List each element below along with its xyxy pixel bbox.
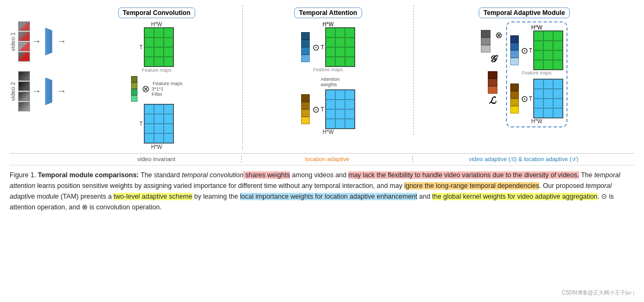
video1-frame3 (18, 42, 30, 51)
tam-g-vector (481, 30, 490, 52)
temporal-attention-section: Temporal Attention H*W ⊙ (243, 5, 415, 135)
tam-t1: T (529, 48, 532, 54)
tc-t-label2: T (140, 121, 143, 127)
tc-video1-area: H*W T Feature maps (140, 21, 174, 73)
arrow4: → (57, 86, 66, 97)
tam-odot-v2: ⊙ (521, 94, 528, 104)
ta-title: Temporal Attention (294, 7, 362, 18)
ta-t1: T (321, 44, 324, 50)
tam-gl-col: ⊗ 𝒢 (481, 30, 504, 107)
caption-text8: and (417, 193, 432, 200)
temporal-convolution-section: Temporal Convolution H*W T (71, 5, 243, 150)
tam-video1-area: H*W ⊙ T (510, 25, 563, 76)
label-video-adaptive: video adaptive (𝒢) & location adaptive (… (413, 156, 634, 163)
caption-hlred2: may lack the flexibility to handle video… (348, 171, 579, 179)
ta-header: Temporal Attention (294, 7, 362, 17)
tc-filter-vec (131, 76, 137, 102)
video1-block: video 1 → → (10, 21, 71, 62)
tam-l-vectors (488, 71, 497, 94)
tam-l-vector (488, 71, 497, 94)
caption-text6: (TAM) presents a (59, 193, 114, 200)
tam-featmap1: Feature maps (522, 70, 552, 76)
tam-hw2: H*W (531, 118, 542, 124)
video2-frames (18, 71, 30, 111)
video2-frame2 (18, 81, 30, 91)
tc-video2-row: T (140, 104, 174, 144)
tam-l-label: ℒ (489, 95, 496, 107)
tc-featmap-label: Feature maps (153, 81, 183, 86)
ta-blue-grid1 (325, 89, 355, 129)
video2-frame1 (18, 71, 30, 81)
caption-text3: The (579, 171, 594, 179)
tc-title: Temporal Convolution (118, 7, 195, 18)
ta-blue-wrap1: T (321, 89, 355, 129)
tc-header: Temporal Convolution (118, 7, 195, 17)
ta-green-grid1 (325, 27, 355, 67)
tc-t-label1: T (140, 44, 143, 50)
tam-t2: T (529, 96, 532, 102)
tam-dashed-box: H*W ⊙ T (506, 21, 568, 127)
ta-attn-label: Attentionweights (321, 77, 340, 87)
caption-hlblue1: local importance weights for location ad… (240, 193, 417, 200)
ta-attn-vec1 (301, 32, 310, 62)
tam-otimes1: ⊗ (495, 30, 502, 40)
caption-italic1: temporal convolution (182, 171, 243, 179)
caption-bold: Temporal module comparisons: (38, 171, 139, 179)
arrow1: → (32, 36, 41, 47)
page-wrapper: video 1 → → video 2 (0, 0, 644, 302)
video2-frame4 (18, 102, 30, 111)
tc-hw-label1: H*W (151, 21, 163, 27)
ta-attn-vec2 (301, 94, 310, 124)
tc-hw-label2: H*W (151, 144, 163, 150)
caption-text2: among videos and (290, 171, 348, 179)
tam-gl-vectors: ⊗ (481, 30, 504, 52)
ta-odot2: ⊙ (312, 104, 319, 115)
video1-frame1 (18, 21, 30, 31)
caption-hlyellow2: the global kernel weights for video adap… (432, 193, 597, 200)
ta-hw1: H*W (323, 21, 334, 27)
tc-featmap1: Feature maps (142, 67, 172, 73)
ta-weights-label-area: Attentionweights (321, 77, 340, 87)
bottom-labels-row: video invariant location adaptive video … (10, 156, 634, 165)
caption-text7: by learning the (193, 193, 240, 200)
watermark: CSDN博客@正大网小王子|ω·） (562, 289, 638, 297)
video2-label: video 2 (10, 82, 16, 101)
ta-t2: T (321, 107, 324, 112)
ta-video2-row: ⊙ T (301, 89, 355, 129)
tam-odot-v1: ⊙ (521, 46, 528, 56)
arrow3: → (32, 86, 41, 97)
video2-frame3 (18, 92, 30, 101)
ta-video1-row: ⊙ T (301, 27, 355, 67)
tc-filter-name: 3*1*1 Filter (152, 86, 164, 97)
tam-l-vec2 (510, 84, 519, 114)
tam-hw1: H*W (531, 25, 542, 31)
tam-g-label: 𝒢 (489, 54, 496, 65)
temporal-adaptive-section: Temporal Adaptive Module ⊗ (414, 5, 634, 127)
tam-video2-row: ⊙ T (510, 79, 563, 118)
tc-filter-label-area: Feature maps 3*1*1 Filter (152, 81, 183, 97)
tam-green-grid1 (533, 31, 563, 70)
cnn-block2 (43, 78, 55, 105)
tam-blue-wrap1: T (529, 79, 563, 118)
video2-block: video 2 → → (10, 71, 71, 111)
ta-odot1: ⊙ (312, 42, 319, 52)
tam-title: Temporal Adaptive Module (479, 7, 570, 18)
figure-caption: Figure 1. Temporal module comparisons: T… (10, 170, 634, 213)
ta-hw2: H*W (323, 129, 334, 135)
ta-video1-area: H*W ⊙ T (301, 21, 355, 72)
tam-blue-grid1 (533, 79, 563, 118)
ta-green-wrap1: T (321, 27, 355, 67)
tam-video1-row: ⊙ T (510, 31, 563, 70)
tc-video1-row: T (140, 27, 174, 67)
caption-hlorange1: ignore the long-range temporal dependenc… (404, 182, 539, 190)
video1-frame2 (18, 32, 30, 41)
caption-text4: learns position sensitive weights by ass… (35, 182, 404, 190)
tc-filter-area: ⊗ Feature maps 3*1*1 Filter (131, 76, 183, 102)
tam-l-vec1 (510, 35, 519, 65)
video1-frame4 (18, 52, 30, 62)
caption-hlred1: shares weights (243, 171, 290, 179)
label-video-invariant: video invariant (71, 156, 242, 163)
tam-main-row: ⊗ 𝒢 (481, 21, 568, 127)
video1-frames (18, 21, 30, 62)
caption-figure-label: Figure 1. (10, 171, 36, 179)
